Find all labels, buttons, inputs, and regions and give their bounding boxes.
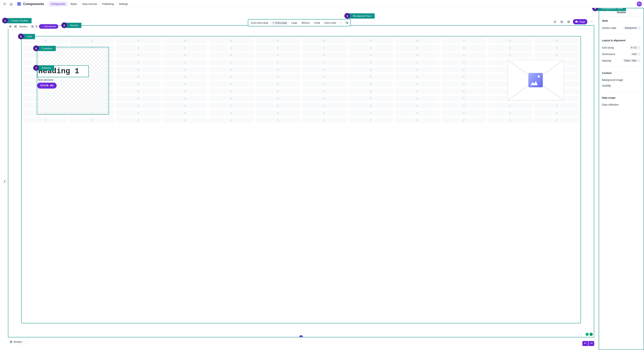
tab-components[interactable]: Components [49, 2, 67, 6]
status-dot-2 [590, 333, 593, 336]
trash-icon[interactable] [35, 25, 38, 28]
spacing-value: 100px / 40px [624, 59, 636, 62]
chevron-right-icon: › [638, 46, 639, 49]
chevron-right-icon: › [640, 84, 641, 87]
app-logo [17, 2, 21, 6]
image-placeholder-icon [528, 73, 543, 87]
tab-publishing[interactable]: Publishing [100, 2, 116, 6]
svg-point-7 [4, 4, 5, 5]
svg-point-4 [4, 4, 5, 4]
check-circle-icon[interactable] [552, 19, 558, 24]
nav-tabs: Components Styles Data sources Publishin… [49, 2, 130, 6]
tab-settings[interactable]: Settings [117, 2, 130, 6]
click-me-button[interactable]: Click me [37, 83, 57, 88]
right-panel: 4 Configuration Panel Section Style Sect… [598, 8, 644, 350]
svg-rect-16 [568, 22, 568, 23]
undo-redo [582, 341, 594, 346]
breakpoint-xl[interactable]: 👁Extra large [271, 21, 289, 25]
breadcrumb[interactable]: Section › ⋯ [8, 340, 29, 344]
svg-rect-22 [16, 26, 16, 26]
container-box[interactable]: Heading 1 Text element Click me [37, 47, 109, 114]
pilcrow-button[interactable]: ¶ [2, 179, 7, 184]
chevron-right-icon: › [15, 3, 16, 5]
svg-rect-14 [568, 21, 568, 22]
canvas[interactable]: 5 Grid 6 Container 7 Element Heading 1 [8, 25, 594, 337]
data-collection-label: Data collection [602, 103, 618, 106]
breakpoint-xs[interactable]: Extra small [322, 21, 338, 25]
breakpoint-xl-label: Extra large [276, 22, 287, 24]
resize-handle[interactable]: ⇕ [299, 335, 303, 337]
svg-point-11 [554, 21, 556, 23]
svg-rect-25 [32, 26, 33, 28]
svg-rect-28 [11, 341, 12, 342]
context-element-name: Section [18, 25, 29, 28]
grid-sizing-row[interactable]: Grid sizing 8 / 12› [602, 44, 641, 51]
redo-button[interactable] [588, 341, 594, 346]
grid-sizing-value: 8 / 12 [631, 46, 636, 49]
breadcrumb-more-icon[interactable]: ⋯ [25, 340, 28, 343]
context-toolbar: Section ＋ Add element [8, 24, 59, 30]
chevron-right-icon: › [638, 53, 639, 55]
panel-title: Section [599, 8, 644, 16]
text-element[interactable]: Text element [38, 78, 53, 81]
svg-point-3 [4, 4, 4, 4]
chevron-right-icon: › [640, 104, 641, 106]
add-element-label: Add element [44, 25, 56, 28]
grid-icon[interactable] [566, 19, 571, 24]
bg-image-row[interactable]: Background image › [602, 77, 641, 83]
home-icon[interactable] [9, 2, 14, 6]
dimensions-row[interactable]: Dimensions Auto› [602, 51, 641, 57]
add-element-button[interactable]: ＋ Add element [39, 24, 58, 29]
chevron-right-icon: › [640, 79, 641, 81]
apps-icon[interactable] [2, 2, 7, 6]
breadcrumb-icon [10, 340, 12, 343]
svg-rect-15 [569, 21, 570, 22]
svg-point-8 [5, 4, 6, 5]
visibility-row[interactable]: Visibility › [602, 83, 641, 88]
callout-num-3: 3 [344, 13, 350, 19]
stage-button[interactable]: Stage [573, 19, 587, 24]
svg-point-20 [592, 22, 593, 22]
copy-icon[interactable] [31, 25, 34, 28]
element-box[interactable]: Heading 1 [37, 65, 89, 77]
data-collection-row[interactable]: Data collection › [602, 102, 641, 108]
visibility-label: Visibility [602, 84, 611, 87]
chevron-right-icon: › [23, 340, 24, 343]
svg-rect-29 [10, 342, 11, 343]
device-icon[interactable] [344, 20, 349, 25]
svg-point-18 [591, 22, 591, 22]
bg-image-label: Background image [602, 78, 623, 81]
section-style-row[interactable]: Section style Background› [602, 25, 641, 31]
avatar[interactable]: TT [637, 2, 642, 6]
move-icon[interactable] [9, 25, 12, 28]
more-icon[interactable] [589, 19, 594, 24]
breakpoint-sm[interactable]: Small [312, 21, 322, 25]
eye-icon: 👁 [272, 22, 275, 24]
breakpoint-md[interactable]: Medium [300, 21, 312, 25]
chevron-down-icon[interactable] [338, 20, 344, 25]
breakpoint-xxl[interactable]: Extra extra large [249, 21, 270, 25]
breadcrumb-item: Section [14, 340, 22, 343]
spacing-row[interactable]: Spacing 100px / 40px› [602, 57, 641, 64]
stage-label: Stage [579, 20, 585, 23]
content-heading: Content [602, 72, 641, 74]
layout-icon[interactable] [559, 19, 564, 24]
breakpoint-lg[interactable]: Large [289, 21, 299, 25]
grid-outline[interactable]: Heading 1 Text element Click me [21, 36, 581, 323]
svg-point-6 [4, 4, 4, 5]
breakpoint-bar: Extra extra large 👁Extra large Large Med… [248, 19, 351, 26]
svg-rect-21 [14, 26, 15, 26]
tab-styles[interactable]: Styles [68, 2, 79, 6]
dimensions-label: Dimensions [602, 53, 615, 56]
image-placeholder[interactable] [508, 60, 564, 100]
tool-row: Stage [552, 19, 594, 24]
svg-rect-30 [11, 342, 12, 343]
tab-data-sources[interactable]: Data sources [80, 2, 99, 6]
plus-icon: ＋ [41, 25, 43, 28]
callout-num-1: 1 [2, 18, 8, 24]
undo-button[interactable] [582, 341, 588, 346]
chevron-right-icon: › [638, 60, 639, 62]
svg-rect-27 [10, 341, 11, 342]
svg-point-5 [5, 4, 6, 4]
svg-point-2 [5, 3, 6, 4]
